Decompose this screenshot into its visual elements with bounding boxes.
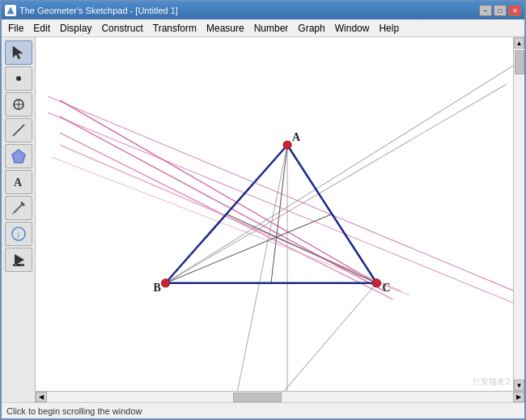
svg-point-16 bbox=[14, 264, 16, 266]
svg-line-6 bbox=[13, 125, 24, 136]
svg-line-29 bbox=[48, 96, 513, 291]
svg-line-24 bbox=[60, 100, 376, 283]
marker-tool[interactable] bbox=[5, 196, 32, 220]
svg-point-35 bbox=[283, 141, 291, 149]
scroll-thumb-horizontal[interactable] bbox=[233, 392, 282, 402]
polygon-tool[interactable] bbox=[5, 144, 32, 168]
vertical-scrollbar[interactable]: ▲ ▼ bbox=[513, 37, 524, 391]
scroll-track-vertical[interactable] bbox=[514, 49, 524, 380]
svg-marker-34 bbox=[166, 145, 377, 283]
status-bar: Click to begin scrolling the window bbox=[2, 402, 524, 418]
left-toolbar: A i bbox=[2, 37, 36, 402]
geometry-canvas: A B C bbox=[36, 37, 513, 391]
menu-measure[interactable]: Measure bbox=[201, 21, 249, 36]
line-tool[interactable] bbox=[5, 118, 32, 142]
svg-text:B: B bbox=[153, 281, 160, 294]
minimize-button[interactable]: − bbox=[479, 5, 492, 16]
svg-text:A: A bbox=[292, 130, 301, 143]
svg-marker-1 bbox=[13, 46, 23, 59]
scroll-track-horizontal[interactable] bbox=[47, 392, 513, 402]
title-bar: The Geometer's Sketchpad - [Untitled 1] … bbox=[2, 2, 524, 19]
svg-line-21 bbox=[231, 145, 287, 391]
svg-text:C: C bbox=[382, 281, 390, 294]
app-icon bbox=[5, 5, 16, 16]
menu-bar: File Edit Display Construct Transform Me… bbox=[2, 19, 524, 37]
close-button[interactable]: ✕ bbox=[508, 5, 521, 16]
horizontal-scrollbar[interactable]: ◀ ▶ bbox=[36, 391, 524, 402]
svg-marker-14 bbox=[15, 254, 24, 265]
menu-edit[interactable]: Edit bbox=[28, 21, 55, 36]
svg-line-23 bbox=[255, 283, 377, 391]
arrow-tool[interactable] bbox=[5, 40, 32, 65]
status-text: Click to begin scrolling the window bbox=[6, 406, 142, 416]
menu-window[interactable]: Window bbox=[330, 21, 375, 36]
watermark: 仨安猫友2 bbox=[473, 376, 510, 388]
scroll-down-button[interactable]: ▼ bbox=[514, 380, 524, 391]
menu-transform[interactable]: Transform bbox=[148, 21, 201, 36]
menu-number[interactable]: Number bbox=[249, 21, 294, 36]
scroll-up-button[interactable]: ▲ bbox=[514, 37, 524, 49]
menu-file[interactable]: File bbox=[3, 21, 28, 36]
animate-tool[interactable] bbox=[5, 248, 32, 272]
info-tool[interactable]: i bbox=[5, 222, 32, 246]
menu-help[interactable]: Help bbox=[374, 21, 404, 36]
svg-line-25 bbox=[60, 117, 384, 291]
menu-construct[interactable]: Construct bbox=[96, 21, 147, 36]
svg-text:A: A bbox=[14, 176, 23, 189]
svg-point-2 bbox=[16, 76, 21, 81]
scroll-thumb-vertical[interactable] bbox=[515, 50, 524, 74]
scroll-left-button[interactable]: ◀ bbox=[36, 392, 47, 402]
canvas-area[interactable]: A B C 仨安猫友2 bbox=[36, 37, 513, 391]
main-area: A i bbox=[2, 37, 524, 402]
svg-point-39 bbox=[372, 279, 380, 287]
svg-line-30 bbox=[48, 112, 513, 303]
window-controls: − □ ✕ bbox=[479, 5, 521, 16]
compass-tool[interactable] bbox=[5, 92, 32, 117]
point-tool[interactable] bbox=[5, 66, 32, 91]
svg-line-28 bbox=[52, 157, 409, 295]
svg-line-19 bbox=[166, 84, 507, 283]
svg-point-17 bbox=[20, 264, 23, 266]
svg-point-37 bbox=[162, 279, 170, 287]
svg-line-27 bbox=[60, 145, 401, 291]
maximize-button[interactable]: □ bbox=[494, 5, 507, 16]
text-tool[interactable]: A bbox=[5, 170, 32, 194]
menu-graph[interactable]: Graph bbox=[293, 21, 329, 36]
svg-line-18 bbox=[166, 60, 513, 283]
window-frame: The Geometer's Sketchpad - [Untitled 1] … bbox=[0, 0, 526, 420]
window-title: The Geometer's Sketchpad - [Untitled 1] bbox=[19, 6, 479, 15]
svg-text:i: i bbox=[17, 230, 19, 240]
scroll-right-button[interactable]: ▶ bbox=[513, 392, 524, 402]
svg-marker-0 bbox=[7, 7, 14, 14]
menu-display[interactable]: Display bbox=[55, 21, 96, 36]
svg-marker-7 bbox=[12, 150, 25, 163]
